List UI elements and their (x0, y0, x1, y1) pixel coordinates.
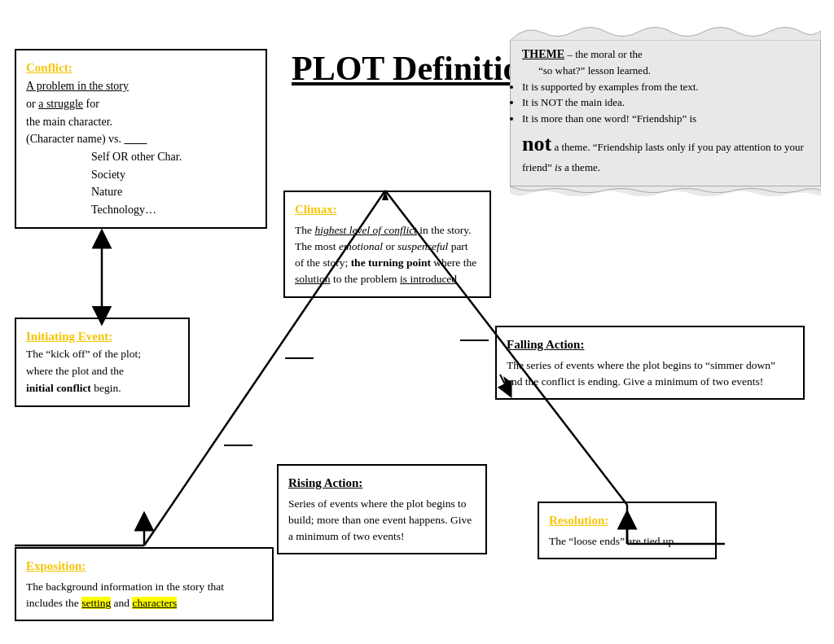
setting-highlight: setting (81, 597, 111, 609)
falling-action-box: Falling Action: The series of events whe… (495, 326, 805, 400)
falling-label: Falling Action: (507, 335, 793, 354)
initiating-label: Initiating Event: (26, 327, 178, 346)
initiating-event-box: Initiating Event: The “kick off” of the … (15, 318, 190, 407)
theme-content: THEME – the moral or the “so what?” less… (510, 41, 821, 186)
rising-label: Rising Action: (288, 474, 476, 493)
theme-box: THEME – the moral or the “so what?” less… (510, 23, 821, 196)
theme-label: THEME (522, 48, 564, 60)
exposition-box: Exposition: The background information i… (15, 547, 274, 621)
theme-bullets: It is supported by examples from the tex… (522, 79, 809, 127)
characters-highlight: characters (132, 597, 177, 609)
resolution-box: Resolution: The “loose ends” are tied up… (538, 502, 717, 559)
resolution-label: Resolution: (549, 511, 705, 530)
climax-box: Climax: The highest level of conflict in… (283, 191, 491, 298)
not-large: not (522, 132, 551, 156)
conflict-label: Conflict: (26, 59, 256, 77)
climax-label: Climax: (295, 203, 337, 216)
rising-action-box: Rising Action: Series of events where th… (277, 464, 487, 554)
conflict-box: Conflict: A problem in the story or a st… (15, 49, 267, 229)
exposition-label: Exposition: (26, 557, 262, 576)
